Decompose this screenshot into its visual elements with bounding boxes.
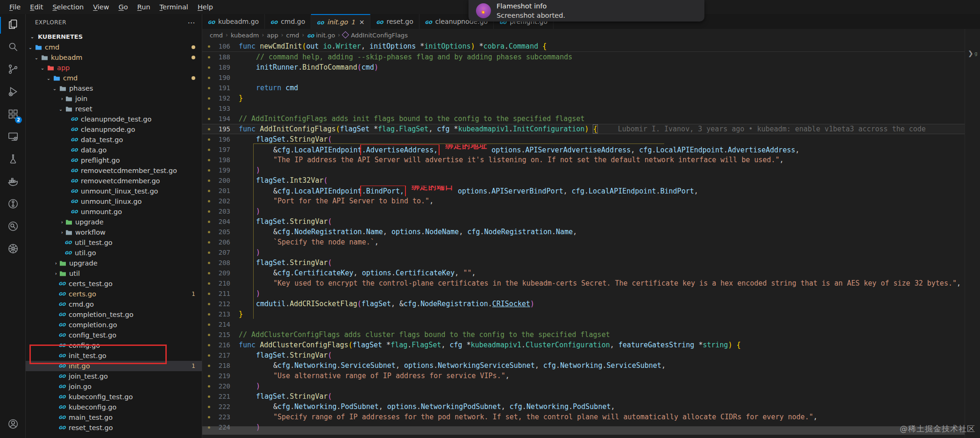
menu-item-selection[interactable]: Selection — [48, 2, 88, 12]
tree-file-cleanupnode_test.go[interactable]: GOcleanupnode_test.go — [26, 114, 202, 124]
tree-file-cmd.go[interactable]: GOcmd.go — [26, 299, 202, 309]
tree-file-unmount_linux.go[interactable]: GOunmount_linux.go — [26, 196, 202, 207]
tree-file-util_test.go[interactable]: GOutil_test.go — [26, 237, 202, 248]
breadcrumb-item-init.go[interactable]: GOinit.go — [307, 32, 335, 39]
tree-folder-workflow[interactable]: ⌄workflow — [26, 227, 202, 237]
tree-file-unmount.go[interactable]: GOunmount.go — [26, 207, 202, 217]
chevron-right-icon: ⌄ — [58, 218, 64, 226]
breadcrumb-item-app[interactable]: app — [267, 32, 278, 39]
chevron-down-icon: ⌄ — [33, 55, 40, 60]
menu-item-go[interactable]: Go — [114, 2, 133, 12]
tree-item-label: certs.go — [69, 290, 96, 298]
tree-file-kubeconfig.go[interactable]: GOkubeconfig.go — [26, 402, 202, 412]
tree-folder-join[interactable]: ⌄join — [26, 93, 202, 104]
tree-folder-app[interactable]: ⌄app — [26, 63, 202, 73]
line-number: 219 — [213, 371, 230, 381]
breadcrumb-item-kubeadm[interactable]: kubeadm — [231, 32, 259, 39]
code-token: cmd — [362, 63, 374, 72]
code-line-203: 203) — [202, 206, 965, 216]
code-line-200: 200flagSet.Int32Var( — [202, 175, 965, 186]
code-token: . — [290, 146, 294, 154]
tree-folder-cmd[interactable]: ⌄cmd — [26, 42, 202, 52]
tab-reset.go[interactable]: GOreset.go — [370, 14, 419, 29]
breadcrumb-item-AddInitConfigFlags[interactable]: AddInitConfigFlags — [343, 32, 408, 39]
tree-file-removeetcdmember_test.go[interactable]: GOremoveetcdmember_test.go — [26, 165, 202, 176]
activity-source-control-button[interactable] — [0, 59, 26, 81]
tab-cmd.go[interactable]: GOcmd.go — [265, 14, 311, 29]
tree-folder-phases[interactable]: ⌄phases — [26, 83, 202, 93]
line-number: 198 — [213, 155, 230, 165]
tree-file-util.go[interactable]: GOutil.go — [26, 248, 202, 258]
code-token: flagSet — [256, 135, 285, 144]
tree-file-removeetcdmember.go[interactable]: GOremoveetcdmember.go — [26, 176, 202, 186]
tab-init.go[interactable]: GOinit.go1× — [311, 14, 370, 29]
close-icon[interactable]: × — [359, 18, 365, 26]
tree-file-reset_test.go[interactable]: GOreset_test.go — [26, 423, 202, 433]
tree-file-cleanupnode.go[interactable]: GOcleanupnode.go — [26, 124, 202, 135]
tree-folder-upgrade[interactable]: ⌄upgrade — [26, 258, 202, 268]
activity-account-button[interactable] — [0, 414, 26, 436]
tree-file-data.go[interactable]: GOdata.go — [26, 145, 202, 155]
tab-kubeadm.go[interactable]: GOkubeadm.go — [202, 14, 265, 29]
tree-folder-upgrade[interactable]: ⌄upgrade — [26, 217, 202, 227]
go-file-icon: GO — [70, 137, 78, 142]
code-line-217: 217flagSet.StringVar( — [202, 350, 965, 360]
menu-item-run[interactable]: Run — [133, 2, 155, 12]
activity-testing-button[interactable] — [0, 149, 26, 171]
activity-remote-explorer-button[interactable] — [0, 126, 26, 149]
menu-item-terminal[interactable]: Terminal — [155, 2, 193, 12]
menu-item-help[interactable]: Help — [193, 2, 218, 12]
tree-file-preflight.go[interactable]: GOpreflight.go — [26, 155, 202, 165]
horizontal-scrollbar[interactable] — [202, 426, 965, 435]
code-token: cfg — [572, 187, 584, 195]
code-token: cfg — [277, 361, 290, 370]
section-header-kubernetes[interactable]: ⌄ KUBERNETES — [26, 31, 202, 42]
activity-kubernetes-button[interactable] — [0, 238, 26, 261]
tree-file-certs_test.go[interactable]: GOcerts_test.go — [26, 279, 202, 289]
tree-folder-util[interactable]: ⌄util — [26, 268, 202, 279]
activity-git-graph-button[interactable] — [0, 194, 26, 216]
activity-extensions-button[interactable]: 2 — [0, 104, 26, 126]
tree-file-completion_test.go[interactable]: GOcompletion_test.go — [26, 309, 202, 320]
tree-folder-cmd[interactable]: ⌄cmd — [26, 73, 202, 83]
code-token: ( — [348, 341, 353, 349]
code-token: , — [631, 146, 639, 154]
tree-folder-kubeadm[interactable]: ⌄kubeadm — [26, 52, 202, 63]
tree-file-completion.go[interactable]: GOcompletion.go — [26, 320, 202, 330]
activity-search-button[interactable] — [0, 36, 26, 59]
tree-file-data_test.go[interactable]: GOdata_test.go — [26, 135, 202, 145]
tree-file-join.go[interactable]: GOjoin.go — [26, 381, 202, 392]
breadcrumb-label: kubeadm — [231, 32, 259, 39]
tree-file-join_test.go[interactable]: GOjoin_test.go — [26, 371, 202, 381]
code-editor[interactable]: 106func newCmdInit(out io.Writer, initOp… — [202, 41, 965, 438]
activity-run-debug-button[interactable] — [0, 81, 26, 104]
flameshot-notification-toast[interactable]: Flameshot info Screenshot aborted. — [469, 0, 704, 22]
tree-file-config_test.go[interactable]: GOconfig_test.go — [26, 330, 202, 340]
menu-item-edit[interactable]: Edit — [25, 2, 48, 12]
tree-folder-reset[interactable]: ⌄reset — [26, 104, 202, 114]
chevron-right-icon[interactable]: ❯ — [968, 50, 973, 57]
code-token: // AddClusterConfigFlags adds cluster fl… — [239, 330, 610, 339]
code-token: & — [273, 146, 277, 154]
tree-file-unmount_linux_test.go[interactable]: GOunmount_linux_test.go — [26, 186, 202, 196]
menu-item-view[interactable]: View — [88, 2, 114, 12]
tree-file-kubeconfig_test.go[interactable]: GOkubeconfig_test.go — [26, 392, 202, 402]
activity-explorer-button[interactable] — [0, 14, 26, 36]
annotation-box-token: .AdvertiseAddress, — [362, 146, 438, 154]
code-token: . — [290, 402, 294, 411]
tree-file-certs.go[interactable]: GOcerts.go1 — [26, 289, 202, 299]
tree-item-label: cmd — [63, 74, 78, 82]
breadcrumb-item-cmd[interactable]: cmd — [286, 32, 299, 39]
activity-docker-button[interactable] — [0, 171, 26, 194]
code-token: ) — [585, 125, 589, 133]
code-token: . — [285, 258, 290, 267]
go-file-icon: GO — [70, 199, 78, 204]
tree-file-main_test.go[interactable]: GOmain_test.go — [26, 412, 202, 423]
menu-item-file[interactable]: File — [5, 2, 25, 12]
explorer-more-actions-icon[interactable]: ⋯ — [188, 18, 196, 27]
code-token — [732, 341, 737, 349]
minimap-strip[interactable]: ❯ g — [965, 29, 980, 438]
folder-icon — [64, 219, 73, 225]
breadcrumb-item-cmd[interactable]: cmd — [210, 32, 223, 39]
activity-commit-history-button[interactable] — [0, 216, 26, 238]
